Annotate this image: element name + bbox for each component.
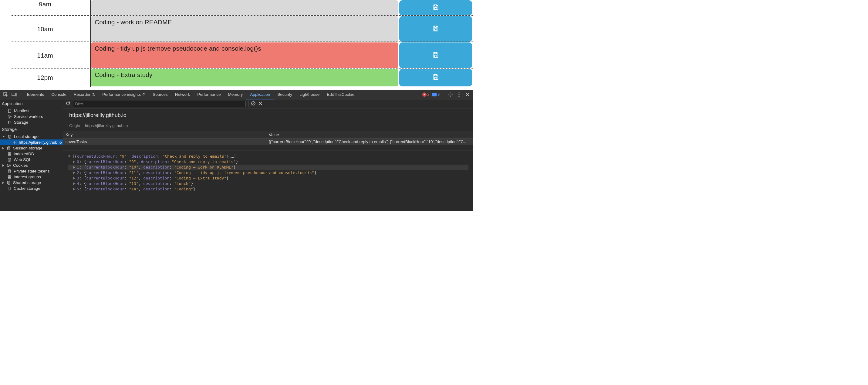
expand-icon[interactable] (73, 177, 75, 180)
expand-icon[interactable] (73, 171, 75, 174)
save-button[interactable] (399, 16, 472, 42)
svg-point-14 (8, 135, 11, 136)
task-input[interactable]: Coding - tidy up js (remove pseudocode a… (91, 42, 398, 68)
inspect-icon[interactable] (2, 91, 10, 98)
svg-point-12 (9, 116, 10, 117)
preview-item[interactable]: 2: {currentBlockHour: "11", description:… (68, 170, 468, 175)
grid-icon (12, 140, 17, 145)
storage-table[interactable]: Key Value savedTasks[{"currentBlockHour"… (63, 131, 473, 151)
tab-sources[interactable]: Sources (149, 90, 172, 99)
save-icon (432, 74, 439, 82)
sidebar-item-storage[interactable]: Storage (0, 120, 63, 125)
tab-memory[interactable]: Memory (224, 90, 247, 99)
tab-lighthouse[interactable]: Lighthouse (296, 90, 323, 99)
schedule-row: 10am Coding - work on README (0, 16, 473, 42)
svg-rect-2 (434, 55, 437, 57)
expand-icon[interactable] (68, 156, 70, 157)
preview-item[interactable]: 0: {currentBlockHour: "9", description: … (68, 159, 468, 165)
schedule-row: 12pm Coding - Extra study (0, 68, 473, 87)
flask-icon: ⚗ (142, 92, 145, 97)
preview-item[interactable]: 5: {currentBlockHour: "14", description:… (68, 187, 468, 192)
origin-title: https://jilloreilly.github.io (63, 108, 473, 122)
svg-point-19 (7, 164, 11, 167)
expand-icon[interactable] (2, 136, 5, 137)
sidebar-item-private-state-tokens[interactable]: Private state tokens (0, 168, 63, 174)
sidebar-item-origin[interactable]: https://jilloreilly.github.io (0, 139, 63, 145)
tab-performance-insights[interactable]: Performance insights⚗ (99, 90, 149, 99)
expand-icon[interactable] (2, 164, 4, 167)
tab-editthiscookie[interactable]: EditThisCookie (323, 90, 358, 99)
value-preview[interactable]: [{currentBlockHour: "9", description: "C… (63, 151, 473, 195)
sidebar-section-storage: Storage (0, 125, 63, 134)
issue-counts[interactable]: ✕2 9 (422, 92, 440, 97)
storage-row[interactable]: savedTasks[{"currentBlockHour":"9","desc… (63, 138, 473, 145)
refresh-icon[interactable] (65, 101, 70, 107)
hour-label: 10am (0, 16, 91, 42)
preview-item[interactable]: 3: {currentBlockHour: "12", description:… (68, 175, 468, 181)
expand-icon[interactable] (73, 183, 75, 185)
cookie-icon (6, 163, 11, 168)
task-input[interactable]: Coding - work on README (91, 16, 398, 42)
message-count: 9 (437, 92, 440, 97)
schedule-row: 11am Coding - tidy up js (remove pseudoc… (0, 42, 473, 68)
hour-label: 11am (0, 42, 91, 68)
device-toggle-icon[interactable] (10, 91, 18, 98)
save-icon (432, 4, 439, 12)
svg-rect-1 (434, 29, 437, 30)
tab-application[interactable]: Application (246, 90, 274, 99)
kebab-icon[interactable] (455, 91, 463, 98)
application-content: https://jilloreilly.github.io Origin htt… (63, 99, 473, 211)
tab-performance[interactable]: Performance (193, 90, 224, 99)
origin-label: Origin (69, 123, 80, 128)
svg-rect-6 (16, 94, 17, 96)
save-icon (432, 25, 439, 33)
col-key[interactable]: Key (63, 131, 267, 138)
settings-icon[interactable] (446, 91, 455, 98)
db-icon (7, 169, 12, 173)
sidebar-item-shared-storage[interactable]: Shared storage (0, 180, 63, 186)
sidebar-item-service-workers[interactable]: Service workers (0, 114, 63, 120)
expand-icon[interactable] (2, 147, 4, 150)
expand-icon[interactable] (2, 182, 4, 184)
tab-network[interactable]: Network (172, 90, 194, 99)
tab-security[interactable]: Security (274, 90, 296, 99)
svg-point-9 (458, 94, 459, 95)
devtools-panel: ElementsConsoleRecorder⚗Performance insi… (0, 90, 473, 211)
clear-icon[interactable] (251, 101, 256, 107)
task-input[interactable]: Coding - Extra study (91, 69, 398, 86)
tab-console[interactable]: Console (48, 90, 70, 99)
svg-rect-5 (12, 93, 15, 96)
sidebar-item-local-storage[interactable]: Local storage (0, 134, 63, 139)
tab-elements[interactable]: Elements (23, 90, 48, 99)
expand-icon[interactable] (73, 166, 75, 168)
svg-rect-15 (13, 141, 17, 144)
error-count: 2 (428, 92, 430, 97)
sidebar-item-interest-groups[interactable]: Interest groups (0, 174, 63, 180)
preview-item[interactable]: 4: {currentBlockHour: "13", description:… (68, 181, 468, 187)
svg-point-20 (8, 165, 8, 165)
devtools-tabbar: ElementsConsoleRecorder⚗Performance insi… (0, 90, 473, 99)
sidebar-item-session-storage[interactable]: Session storage (0, 145, 63, 151)
sidebar-item-manifest[interactable]: Manifest (0, 108, 63, 114)
svg-point-23 (8, 169, 11, 171)
filter-input[interactable] (73, 101, 246, 107)
sidebar-item-web-sql[interactable]: Web SQL (0, 157, 63, 162)
schedule-row: 9am (0, 0, 473, 16)
sidebar-item-cookies[interactable]: Cookies (0, 162, 63, 168)
sidebar-item-indexeddb[interactable]: IndexedDB (0, 151, 63, 157)
save-button[interactable] (399, 42, 472, 68)
expand-icon[interactable] (73, 161, 75, 163)
hour-label: 9am (0, 0, 91, 16)
save-button[interactable] (399, 69, 472, 86)
sidebar-item-cache-storage[interactable]: Cache storage (0, 186, 63, 191)
schedule-app: 9am 10am Coding - work on README 11am Co… (0, 0, 473, 90)
save-button[interactable] (399, 0, 472, 15)
doc-icon (7, 109, 12, 113)
task-input[interactable] (91, 0, 398, 15)
delete-icon[interactable] (258, 101, 262, 106)
close-devtools-icon[interactable] (464, 91, 471, 98)
tab-recorder[interactable]: Recorder⚗ (70, 90, 99, 99)
preview-item[interactable]: 1: {currentBlockHour: "10", description:… (68, 165, 468, 170)
col-value[interactable]: Value (267, 131, 473, 138)
expand-icon[interactable] (73, 188, 75, 190)
